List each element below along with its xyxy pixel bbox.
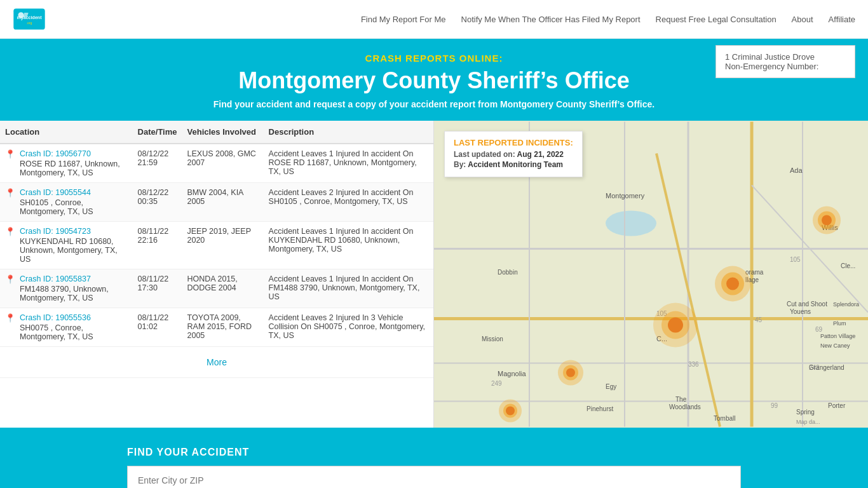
table-row: 📍 Crash ID: 19055536 SH0075 , Conroe, Mo… xyxy=(0,308,433,347)
crash-id-link[interactable]: Crash ID: 19054723 xyxy=(20,227,128,236)
svg-text:Montgomery: Montgomery xyxy=(606,192,645,200)
col-location: Location xyxy=(0,121,133,144)
svg-text:Plum: Plum xyxy=(833,320,846,327)
address-line2: Non-Emergency Number: xyxy=(725,62,846,71)
crash-id-link[interactable]: Crash ID: 19055837 xyxy=(20,274,128,283)
popup-title: LAST REPORTED INCIDENTS: xyxy=(454,138,573,147)
svg-text:69: 69 xyxy=(815,326,823,333)
description-cell: Accident Leaves 1 Injured In accident On… xyxy=(264,222,433,269)
location-cell: 📍 Crash ID: 19055837 FM1488 3790, Unknow… xyxy=(0,269,133,308)
nav-legal[interactable]: Request Free Legal Consultation xyxy=(656,15,776,24)
datetime-cell: 08/11/22 01:02 xyxy=(133,308,182,347)
nav-affiliate[interactable]: Affiliate xyxy=(829,15,855,24)
datetime-cell: 08/11/22 17:30 xyxy=(133,269,182,308)
city-zip-input[interactable] xyxy=(127,466,741,488)
svg-text:Youens: Youens xyxy=(790,308,811,315)
location-cell: 📍 Crash ID: 19055536 SH0075 , Conroe, Mo… xyxy=(0,308,133,347)
datetime-cell: 08/12/22 21:59 xyxy=(133,144,182,183)
svg-text:Dobbin: Dobbin xyxy=(498,269,518,276)
nav-notify[interactable]: Notify Me When The Officer Has Filed My … xyxy=(461,15,641,24)
svg-text:Map da...: Map da... xyxy=(796,419,820,425)
svg-text:Tomball: Tomball xyxy=(714,415,735,422)
address-line1: 1 Criminal Justice Drove xyxy=(725,52,846,62)
location-text: Crash ID: 19055837 FM1488 3790, Unknown,… xyxy=(20,274,128,302)
datetime-cell: 08/12/22 00:35 xyxy=(133,183,182,222)
logo-icon: myaccident .org xyxy=(13,6,46,32)
location-text: Crash ID: 19055544 SH0105 , Conroe, Mont… xyxy=(20,188,128,216)
svg-text:Cut and Shoot: Cut and Shoot xyxy=(787,301,827,308)
location-address: SH0105 , Conroe, Montgomery, TX, US xyxy=(20,198,93,216)
popup-by: By: Accident Monitoring Team xyxy=(454,160,573,169)
svg-text:Patton Village: Patton Village xyxy=(820,333,855,339)
more-link[interactable]: More xyxy=(207,357,227,367)
svg-text:Splendora: Splendora xyxy=(833,301,859,308)
logo-link[interactable]: myaccident .org xyxy=(13,6,46,32)
hero-address-box: 1 Criminal Justice Drove Non-Emergency N… xyxy=(715,45,855,78)
table-row: 📍 Crash ID: 19056770 ROSE RD 11687, Unkn… xyxy=(0,144,433,183)
nav-find-report[interactable]: Find My Report For Me xyxy=(361,15,446,24)
svg-point-52 xyxy=(822,215,832,226)
svg-text:Spring: Spring xyxy=(796,409,815,416)
find-title: FIND YOUR ACCIDENT xyxy=(127,447,741,458)
description-cell: Accident Leaves 1 Injured In accident On… xyxy=(264,144,433,183)
map-section: 105 45 336 249 99 242 69 105 Ada Willis … xyxy=(434,121,868,428)
location-text: Crash ID: 19055536 SH0075 , Conroe, Mont… xyxy=(20,313,128,341)
description-cell: Accident Leaves 2 Injured In 3 Vehicle C… xyxy=(264,308,433,347)
hero-banner: CRASH REPORTS ONLINE: Montgomery County … xyxy=(0,39,868,121)
svg-text:Ada: Ada xyxy=(790,166,803,174)
svg-point-6 xyxy=(606,211,656,236)
location-text: Crash ID: 19054723 KUYKENDAHL RD 10680, … xyxy=(20,227,128,264)
svg-point-3 xyxy=(18,12,24,18)
location-text: Crash ID: 19056770 ROSE RD 11687, Unknow… xyxy=(20,149,128,177)
svg-text:Mission: Mission xyxy=(482,336,503,342)
svg-text:orama: orama xyxy=(745,269,764,276)
location-address: KUYKENDAHL RD 10680, Unknown, Montgomery… xyxy=(20,237,118,264)
description-cell: Accident Leaves 1 Injured In accident On… xyxy=(264,269,433,308)
vehicles-cell: HONDA 2015, DODGE 2004 xyxy=(182,269,264,308)
svg-text:Grangerland: Grangerland xyxy=(809,364,844,371)
popup-updated: Last updated on: Aug 21, 2022 xyxy=(454,150,573,159)
vehicles-cell: BMW 2004, KIA 2005 xyxy=(182,183,264,222)
vehicles-cell: JEEP 2019, JEEP 2020 xyxy=(182,222,264,269)
nav-about[interactable]: About xyxy=(792,15,813,24)
location-pin-icon: 📍 xyxy=(5,227,15,236)
svg-text:Egy: Egy xyxy=(606,383,616,390)
table-row: 📍 Crash ID: 19055837 FM1488 3790, Unknow… xyxy=(0,269,433,308)
svg-point-58 xyxy=(668,318,683,333)
location-pin-icon: 📍 xyxy=(5,149,15,159)
location-pin-icon: 📍 xyxy=(5,188,15,198)
svg-text:Magnolia: Magnolia xyxy=(498,370,527,377)
location-address: FM1488 3790, Unknown, Montgomery, TX, US xyxy=(20,285,109,302)
col-vehicles: Vehicles Involved xyxy=(182,121,264,144)
table-row: 📍 Crash ID: 19055544 SH0105 , Conroe, Mo… xyxy=(0,183,433,222)
location-pin-icon: 📍 xyxy=(5,313,15,323)
more-link-row: More xyxy=(0,347,433,378)
svg-point-55 xyxy=(726,278,739,290)
navbar: myaccident .org Find My Report For Me No… xyxy=(0,0,868,39)
svg-text:Pinehurst: Pinehurst xyxy=(587,405,613,412)
table-row: 📍 Crash ID: 19054723 KUYKENDAHL RD 10680… xyxy=(0,222,433,269)
incidents-table: Location Date/Time Vehicles Involved Des… xyxy=(0,121,433,347)
svg-text:Porter: Porter xyxy=(828,402,846,409)
svg-text:New Caney: New Caney xyxy=(820,342,850,349)
svg-text:The: The xyxy=(675,396,687,403)
incidents-table-section: Location Date/Time Vehicles Involved Des… xyxy=(0,121,434,428)
datetime-cell: 08/11/22 22:16 xyxy=(133,222,182,269)
location-cell: 📍 Crash ID: 19054723 KUYKENDAHL RD 10680… xyxy=(0,222,133,269)
nav-links: Find My Report For Me Notify Me When The… xyxy=(361,14,855,24)
svg-point-64 xyxy=(506,407,515,416)
crash-id-link[interactable]: Crash ID: 19056770 xyxy=(20,149,128,158)
vehicles-cell: TOYOTA 2009, RAM 2015, FORD 2005 xyxy=(182,308,264,347)
crash-id-link[interactable]: Crash ID: 19055544 xyxy=(20,188,128,197)
location-cell: 📍 Crash ID: 19055544 SH0105 , Conroe, Mo… xyxy=(0,183,133,222)
col-datetime: Date/Time xyxy=(133,121,182,144)
location-cell: 📍 Crash ID: 19056770 ROSE RD 11687, Unkn… xyxy=(0,144,133,183)
svg-text:Woodlands: Woodlands xyxy=(669,403,701,410)
location-pin-icon: 📍 xyxy=(5,274,15,284)
vehicles-cell: LEXUS 2008, GMC 2007 xyxy=(182,144,264,183)
col-description: Description xyxy=(264,121,433,144)
svg-text:45: 45 xyxy=(755,316,763,323)
crash-id-link[interactable]: Crash ID: 19055536 xyxy=(20,313,128,322)
svg-text:.org: .org xyxy=(27,21,32,25)
incident-popup: LAST REPORTED INCIDENTS: Last updated on… xyxy=(444,131,583,177)
